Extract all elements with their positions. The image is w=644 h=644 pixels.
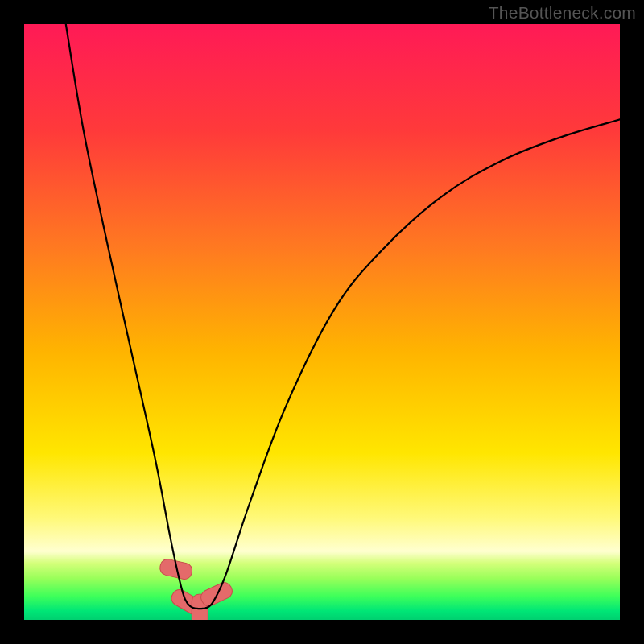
- watermark-text: TheBottleneck.com: [489, 3, 636, 23]
- chart-frame: TheBottleneck.com: [0, 0, 644, 644]
- plot-area: [24, 24, 620, 620]
- markers-group: [159, 558, 234, 620]
- curve-layer: [24, 24, 620, 620]
- bottleneck-curve: [66, 24, 620, 609]
